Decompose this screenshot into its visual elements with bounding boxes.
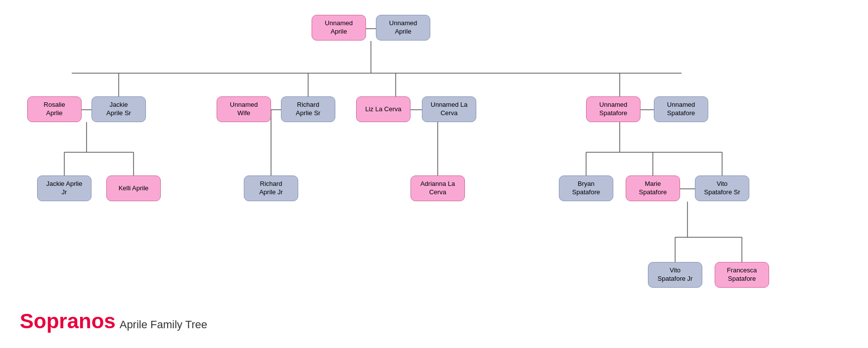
brand: SopranosAprile Family Tree [20, 309, 207, 333]
tree-container: Unnamed AprileUnnamed AprileRosalie Aprl… [0, 0, 868, 348]
node-jackie-aprile-sr: Jackie Aprile Sr [91, 96, 146, 122]
node-rosalie-aprile: Rosalie Aprlie [27, 96, 82, 122]
node-bryan-spatafore: Bryan Spatafore [559, 175, 613, 201]
brand-subtitle: Aprile Family Tree [120, 318, 207, 331]
node-adrianna-la-cerva: Adrianna La Cerva [411, 175, 465, 201]
node-liz-la-cerva: Liz La Cerva [356, 96, 411, 122]
node-jackie-aprile-jr: Jackie Aprlie Jr [37, 175, 91, 201]
node-marie-spatafore: Marie Spatafore [626, 175, 680, 201]
connectors-svg [0, 0, 868, 348]
node-kelli-aprile: Kelli Aprile [106, 175, 161, 201]
node-unnamed-la-cerva: Unnamed La Cerva [422, 96, 476, 122]
node-richard-aprile-sr: Richard Aprlie Sr [281, 96, 335, 122]
node-unnamed-aprile-f: Unnamed Aprile [312, 15, 366, 41]
node-francesca-spatafore: Francesca Spatafore [715, 262, 769, 288]
node-unnamed-spatafore-f: Unnamed Spatafore [586, 96, 640, 122]
node-unnamed-aprile-m: Unnamed Aprile [376, 15, 430, 41]
node-vito-spatafore-sr: Vito Spatafore Sr [695, 175, 749, 201]
node-richard-aprile-jr: Richard Aprile Jr [244, 175, 298, 201]
node-vito-spatafore-jr: Vito Spatafore Jr [648, 262, 702, 288]
brand-title: Sopranos [20, 309, 116, 333]
node-unnamed-spatafore-m: Unnamed Spatafore [654, 96, 708, 122]
node-unnamed-wife: Unnamed Wife [217, 96, 271, 122]
